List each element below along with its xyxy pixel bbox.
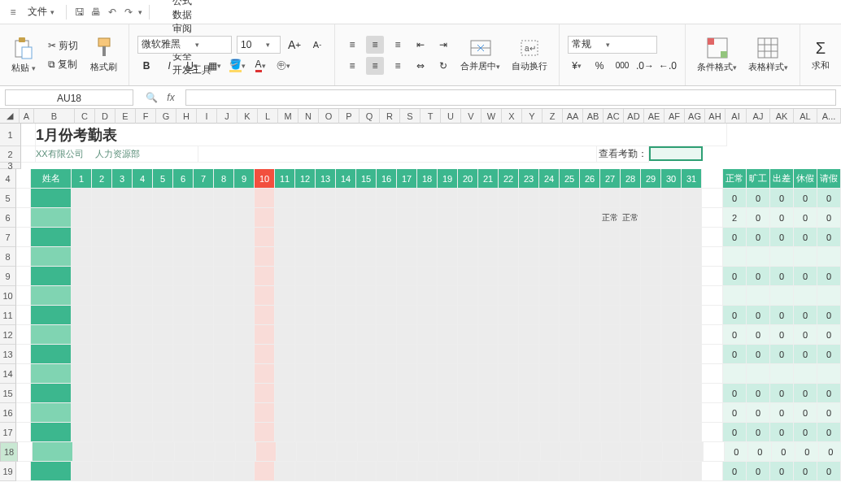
col-header[interactable]: U bbox=[441, 109, 461, 124]
summary-cell[interactable] bbox=[770, 247, 794, 267]
row-header[interactable]: 9 bbox=[0, 267, 16, 286]
summary-cell[interactable]: 2 bbox=[723, 208, 747, 228]
day-cell[interactable] bbox=[397, 247, 417, 267]
day-cell[interactable] bbox=[295, 306, 316, 325]
day-cell[interactable] bbox=[92, 306, 112, 325]
summary-cell[interactable]: 0 bbox=[770, 325, 794, 345]
summary-cell[interactable]: 0 bbox=[747, 423, 770, 442]
summary-cell[interactable]: 0 bbox=[747, 228, 770, 247]
day-cell[interactable] bbox=[519, 306, 539, 325]
day-cell[interactable] bbox=[356, 325, 377, 345]
day-cell[interactable] bbox=[133, 286, 153, 306]
day-cell[interactable] bbox=[153, 325, 173, 345]
summary-cell[interactable]: 0 bbox=[794, 384, 817, 403]
day-cell[interactable] bbox=[275, 325, 295, 345]
day-cell[interactable] bbox=[317, 442, 338, 462]
day-cell[interactable] bbox=[539, 364, 560, 384]
day-cell[interactable] bbox=[661, 384, 682, 403]
cut-button[interactable]: ✂剪切 bbox=[44, 38, 82, 54]
day-cell[interactable] bbox=[478, 345, 499, 364]
col-header[interactable]: H bbox=[176, 109, 197, 124]
conditional-format-button[interactable]: 条件格式▾ bbox=[694, 35, 740, 75]
day-cell[interactable] bbox=[275, 462, 295, 481]
day-cell[interactable] bbox=[316, 345, 336, 364]
summary-cell[interactable]: 0 bbox=[770, 267, 794, 286]
day-cell[interactable] bbox=[661, 208, 682, 228]
day-cell[interactable] bbox=[194, 189, 214, 208]
day-cell[interactable] bbox=[92, 189, 112, 208]
day-cell[interactable] bbox=[72, 267, 92, 286]
day-cell[interactable] bbox=[92, 267, 112, 286]
day-cell[interactable] bbox=[255, 325, 275, 345]
orientation-icon[interactable]: ↻ bbox=[434, 57, 452, 75]
day-cell[interactable] bbox=[255, 189, 275, 208]
day-cell[interactable] bbox=[275, 247, 295, 267]
day-cell[interactable] bbox=[478, 267, 499, 286]
day-cell[interactable] bbox=[682, 247, 702, 267]
day-cell[interactable] bbox=[377, 286, 397, 306]
col-header[interactable]: F bbox=[136, 109, 156, 124]
currency-icon[interactable]: ¥▾ bbox=[568, 57, 586, 75]
day-cell[interactable] bbox=[214, 325, 234, 345]
summary-cell[interactable] bbox=[747, 247, 770, 267]
day-cell[interactable] bbox=[580, 364, 600, 384]
name-cell[interactable] bbox=[31, 189, 72, 208]
day-cell[interactable] bbox=[133, 208, 153, 228]
row-header[interactable]: 11 bbox=[0, 306, 16, 325]
day-cell[interactable] bbox=[519, 384, 539, 403]
day-cell[interactable] bbox=[663, 442, 683, 462]
day-cell[interactable] bbox=[316, 364, 336, 384]
day-cell[interactable] bbox=[417, 247, 438, 267]
day-cell[interactable] bbox=[600, 306, 621, 325]
day-cell[interactable] bbox=[417, 325, 438, 345]
day-cell[interactable] bbox=[478, 247, 499, 267]
summary-cell[interactable]: 0 bbox=[817, 462, 841, 481]
align-bottom-icon[interactable]: ≡ bbox=[389, 36, 407, 54]
col-header[interactable]: S bbox=[400, 109, 420, 124]
day-cell[interactable] bbox=[295, 384, 316, 403]
day-cell[interactable] bbox=[417, 286, 438, 306]
col-header[interactable]: AA bbox=[563, 109, 583, 124]
day-cell[interactable] bbox=[499, 423, 519, 442]
day-cell[interactable] bbox=[295, 247, 316, 267]
summary-cell[interactable]: 0 bbox=[747, 384, 770, 403]
day-cell[interactable] bbox=[661, 228, 682, 247]
day-cell[interactable] bbox=[255, 247, 275, 267]
spreadsheet-grid[interactable]: ◢ ABCDEFGHIJKLMNOPQRSTUVWXYZAAABACADAEAF… bbox=[0, 109, 841, 481]
day-cell[interactable] bbox=[641, 208, 661, 228]
day-cell[interactable] bbox=[72, 345, 92, 364]
comma-style-icon[interactable]: 000 bbox=[613, 57, 631, 75]
day-cell[interactable] bbox=[153, 403, 173, 423]
row-header[interactable]: 13 bbox=[0, 345, 16, 364]
day-cell[interactable] bbox=[72, 384, 92, 403]
day-cell[interactable] bbox=[297, 442, 317, 462]
col-header[interactable]: M bbox=[278, 109, 298, 124]
day-cell[interactable] bbox=[499, 267, 519, 286]
day-cell[interactable] bbox=[356, 423, 377, 442]
day-cell[interactable] bbox=[519, 286, 539, 306]
day-cell[interactable] bbox=[621, 189, 641, 208]
day-cell[interactable] bbox=[153, 364, 173, 384]
day-cell[interactable] bbox=[336, 462, 356, 481]
day-cell[interactable] bbox=[561, 442, 582, 462]
menu-tab-4[interactable]: 数据 bbox=[168, 8, 216, 22]
day-cell[interactable] bbox=[275, 364, 295, 384]
day-cell[interactable] bbox=[621, 306, 641, 325]
day-cell[interactable] bbox=[600, 423, 621, 442]
day-cell[interactable] bbox=[519, 345, 539, 364]
day-cell[interactable] bbox=[316, 384, 336, 403]
day-cell[interactable] bbox=[153, 267, 173, 286]
day-cell[interactable] bbox=[153, 306, 173, 325]
fx-icon[interactable]: fx bbox=[164, 91, 177, 104]
day-cell[interactable] bbox=[460, 442, 480, 462]
day-cell[interactable] bbox=[539, 189, 560, 208]
day-cell[interactable] bbox=[336, 208, 356, 228]
day-cell[interactable] bbox=[499, 208, 519, 228]
summary-cell[interactable]: 0 bbox=[770, 403, 794, 423]
bold-button[interactable]: B bbox=[137, 57, 155, 75]
table-style-button[interactable]: 表格样式▾ bbox=[745, 35, 791, 75]
row-header[interactable]: 17 bbox=[0, 423, 16, 442]
day-cell[interactable] bbox=[72, 228, 92, 247]
day-cell[interactable] bbox=[539, 403, 560, 423]
day-cell[interactable] bbox=[173, 228, 194, 247]
